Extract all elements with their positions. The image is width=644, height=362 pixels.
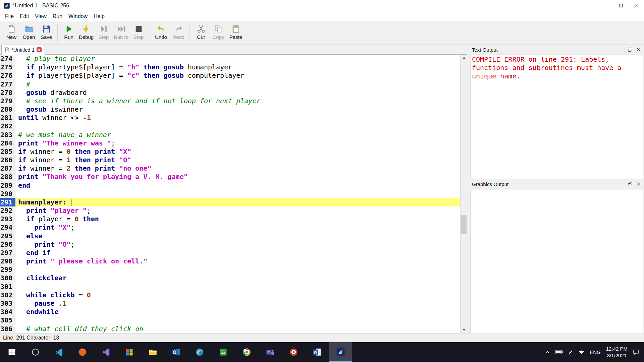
code-token: print xyxy=(26,206,46,215)
code-line-284[interactable]: 284print "The winner was "; xyxy=(0,139,460,147)
cut-button[interactable]: Cut xyxy=(192,23,210,40)
close-text-output-button[interactable] xyxy=(637,48,641,52)
undo-button[interactable]: Undo xyxy=(152,23,170,40)
close-button[interactable] xyxy=(629,0,644,11)
menu-view[interactable]: View xyxy=(32,12,49,20)
taskbar-teams-button[interactable] xyxy=(258,342,282,362)
code-line-277[interactable]: 277 # xyxy=(0,80,460,88)
save-button[interactable]: Save xyxy=(38,23,55,40)
menu-help[interactable]: Help xyxy=(91,12,108,20)
code-token xyxy=(91,164,95,172)
scrollbar-thumb[interactable] xyxy=(461,215,467,234)
code-token xyxy=(18,206,26,215)
line-number: 280 xyxy=(0,105,15,114)
line-number: 275 xyxy=(0,63,15,71)
code-line-298[interactable]: 298 print " please click on cell." xyxy=(0,257,460,265)
code-line-290[interactable]: 290 xyxy=(0,190,460,198)
code-text: # what cell did they click on xyxy=(15,325,460,333)
scroll-up-icon[interactable] xyxy=(461,55,467,61)
paste-button[interactable]: Paste xyxy=(227,23,245,40)
code-line-276[interactable]: 276 if playertype$[player] = "c" then go… xyxy=(0,71,460,80)
language-indicator[interactable]: ENG xyxy=(590,349,601,355)
code-line-287[interactable]: 287if winner = 2 then print "no one" xyxy=(0,164,460,173)
code-line-299[interactable]: 299 xyxy=(0,265,460,274)
code-line-282[interactable]: 282 xyxy=(0,122,460,130)
code-line-301[interactable]: 301 xyxy=(0,283,460,291)
debug-button[interactable]: Debug xyxy=(77,23,95,40)
code-line-303[interactable]: 303 pause .1 xyxy=(0,299,460,308)
menu-window[interactable]: Window xyxy=(65,12,91,20)
clock-date: 3/1/2021 xyxy=(606,352,628,359)
menu-file[interactable]: File xyxy=(2,12,17,20)
maximize-button[interactable] xyxy=(613,0,629,11)
taskbar-colorful-app-button[interactable] xyxy=(117,342,141,362)
code-line-296[interactable]: 296 print "O"; xyxy=(0,240,460,249)
code-line-293[interactable]: 293 if player = 0 then xyxy=(0,215,460,223)
open-button[interactable]: Open xyxy=(20,23,38,40)
code-editor[interactable]: 274 # play the player275 if playertype$[… xyxy=(0,55,467,333)
code-line-294[interactable]: 294 print "X"; xyxy=(0,223,460,232)
code-text: if player = 0 then xyxy=(15,215,460,223)
code-line-283[interactable]: 283# we must have a winner xyxy=(0,131,460,139)
code-line-297[interactable]: 297 end if xyxy=(0,249,460,257)
run-button[interactable]: Run xyxy=(60,23,77,40)
taskbar-visual-studio-button[interactable] xyxy=(94,342,117,362)
start-button[interactable] xyxy=(0,342,23,362)
float-graphics-output-button[interactable] xyxy=(628,182,632,186)
taskbar-vscode-button[interactable] xyxy=(47,342,70,362)
code-line-289[interactable]: 289end xyxy=(0,181,460,190)
taskbar-chrome-button[interactable] xyxy=(235,342,258,362)
code-line-295[interactable]: 295 else xyxy=(0,232,460,240)
code-line-279[interactable]: 279 # see if there is a winner and if no… xyxy=(0,97,460,105)
code-line-275[interactable]: 275 if playertype$[player] = "h" then go… xyxy=(0,63,460,71)
code-line-292[interactable]: 292 print "player "; xyxy=(0,206,460,215)
code-token xyxy=(115,156,119,164)
code-line-280[interactable]: 280 gosub iswinner xyxy=(0,105,460,114)
taskbar-orange-app-button[interactable] xyxy=(70,342,94,362)
clock[interactable]: 12:42 PM 3/1/2021 xyxy=(606,346,628,359)
code-line-281[interactable]: 281until winner <> -1 xyxy=(0,114,460,122)
minimize-button[interactable] xyxy=(598,0,613,11)
code-line-302[interactable]: 302 while clickb = 0 xyxy=(0,291,460,299)
code-line-306[interactable]: 306 # what cell did they click on xyxy=(0,325,460,333)
visual-studio-icon xyxy=(101,348,110,357)
hidden-icons-button[interactable] xyxy=(545,350,550,355)
taskbar-green-app-button[interactable] xyxy=(211,342,235,362)
taskbar-basic256-button[interactable] xyxy=(329,342,352,362)
scroll-down-icon[interactable] xyxy=(461,327,467,333)
code-line-305[interactable]: 305 xyxy=(0,316,460,324)
run-icon xyxy=(64,24,73,34)
editor-scrollbar[interactable] xyxy=(460,55,467,333)
menu-edit[interactable]: Edit xyxy=(17,12,32,20)
close-graphics-output-button[interactable] xyxy=(637,182,641,186)
taskbar-edge-button[interactable] xyxy=(188,342,211,362)
line-number: 298 xyxy=(0,257,15,265)
code-text: if winner = 2 then print "no one" xyxy=(15,164,460,173)
tab-untitled-1[interactable]: *Untitled 1 xyxy=(1,45,45,55)
menu-run[interactable]: Run xyxy=(50,12,65,20)
code-line-278[interactable]: 278 gosub drawboard xyxy=(0,88,460,97)
code-line-285[interactable]: 285if winner = 0 then print "X" xyxy=(0,147,460,156)
new-button[interactable]: New xyxy=(3,23,20,40)
taskbar-red-target-app-button[interactable] xyxy=(282,342,305,362)
line-number: 285 xyxy=(0,147,15,156)
float-text-output-button[interactable] xyxy=(628,48,632,52)
taskbar-outlook-button[interactable] xyxy=(164,342,188,362)
code-line-286[interactable]: 286if winner = 1 then print "O" xyxy=(0,156,460,164)
pen-indicator[interactable] xyxy=(568,350,573,355)
code-token: 0 xyxy=(87,291,91,299)
action-center-button[interactable] xyxy=(633,349,639,355)
search-button[interactable] xyxy=(23,342,47,362)
code-line-304[interactable]: 304 endwhile xyxy=(0,308,460,316)
code-line-300[interactable]: 300 clickclear xyxy=(0,274,460,282)
code-text: until winner <> -1 xyxy=(15,114,460,122)
taskbar-file-explorer-button[interactable] xyxy=(141,342,164,362)
battery-indicator[interactable] xyxy=(555,350,563,354)
network-indicator[interactable] xyxy=(579,350,584,355)
code-line-274[interactable]: 274 # play the player xyxy=(0,55,460,63)
code-lines[interactable]: 274 # play the player275 if playertype$[… xyxy=(0,55,460,333)
code-line-291[interactable]: 291humanplayer: xyxy=(0,198,460,206)
code-line-288[interactable]: 288print "Thank you for playing a V. M. … xyxy=(0,173,460,181)
tab-close-icon[interactable] xyxy=(37,47,42,52)
taskbar-word-button[interactable]: W xyxy=(305,342,329,362)
